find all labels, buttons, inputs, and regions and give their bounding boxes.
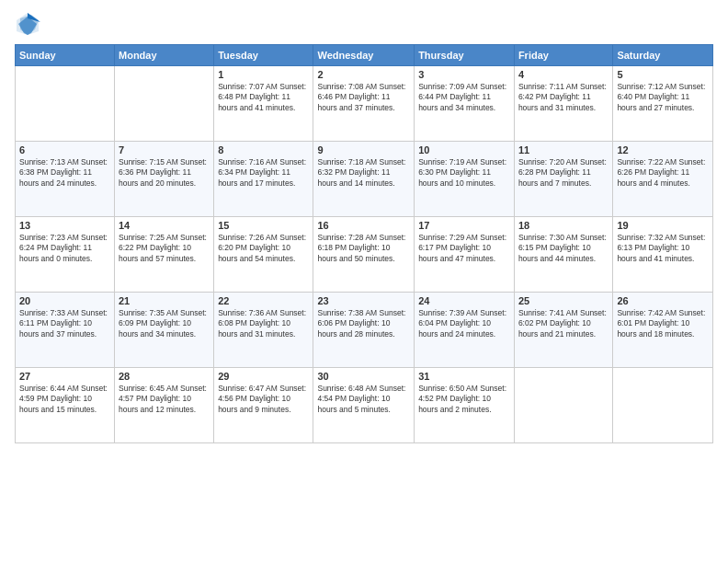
calendar-cell: 11Sunrise: 7:20 AM Sunset: 6:28 PM Dayli… <box>514 142 612 217</box>
day-info: Sunrise: 7:15 AM Sunset: 6:36 PM Dayligh… <box>119 157 210 189</box>
day-info: Sunrise: 7:36 AM Sunset: 6:08 PM Dayligh… <box>218 308 309 339</box>
day-number: 23 <box>317 295 410 306</box>
calendar-cell: 3Sunrise: 7:09 AM Sunset: 6:44 PM Daylig… <box>415 66 515 142</box>
day-info: Sunrise: 7:16 AM Sunset: 6:34 PM Dayligh… <box>218 157 309 189</box>
day-number: 13 <box>19 220 110 231</box>
day-info: Sunrise: 7:29 AM Sunset: 6:17 PM Dayligh… <box>418 233 510 264</box>
day-number: 22 <box>218 295 309 306</box>
day-number: 1 <box>218 69 309 80</box>
day-info: Sunrise: 6:47 AM Sunset: 4:56 PM Dayligh… <box>218 384 309 415</box>
calendar-cell: 9Sunrise: 7:18 AM Sunset: 6:32 PM Daylig… <box>313 142 415 217</box>
day-info: Sunrise: 7:22 AM Sunset: 6:26 PM Dayligh… <box>617 157 709 189</box>
day-number: 25 <box>518 295 609 306</box>
day-info: Sunrise: 7:32 AM Sunset: 6:13 PM Dayligh… <box>617 233 709 264</box>
day-info: Sunrise: 7:41 AM Sunset: 6:02 PM Dayligh… <box>518 308 609 339</box>
calendar-cell: 5Sunrise: 7:12 AM Sunset: 6:40 PM Daylig… <box>613 66 713 142</box>
logo-icon <box>15 11 40 37</box>
day-info: Sunrise: 7:39 AM Sunset: 6:04 PM Dayligh… <box>418 308 510 339</box>
calendar-cell: 13Sunrise: 7:23 AM Sunset: 6:24 PM Dayli… <box>16 217 115 293</box>
day-info: Sunrise: 7:20 AM Sunset: 6:28 PM Dayligh… <box>518 157 609 189</box>
day-header-sunday: Sunday <box>16 45 115 66</box>
day-header-monday: Monday <box>115 45 214 66</box>
calendar-cell: 15Sunrise: 7:26 AM Sunset: 6:20 PM Dayli… <box>214 217 313 293</box>
calendar-cell: 31Sunrise: 6:50 AM Sunset: 4:52 PM Dayli… <box>415 368 515 443</box>
day-number: 6 <box>19 144 110 155</box>
calendar-cell: 7Sunrise: 7:15 AM Sunset: 6:36 PM Daylig… <box>115 142 214 217</box>
calendar-cell: 8Sunrise: 7:16 AM Sunset: 6:34 PM Daylig… <box>214 142 313 217</box>
day-info: Sunrise: 7:28 AM Sunset: 6:18 PM Dayligh… <box>317 233 410 264</box>
day-header-tuesday: Tuesday <box>214 45 313 66</box>
day-info: Sunrise: 7:23 AM Sunset: 6:24 PM Dayligh… <box>19 233 110 264</box>
day-info: Sunrise: 6:44 AM Sunset: 4:59 PM Dayligh… <box>19 384 110 415</box>
day-number: 15 <box>218 220 309 231</box>
day-info: Sunrise: 7:19 AM Sunset: 6:30 PM Dayligh… <box>418 157 510 189</box>
day-number: 4 <box>518 69 609 80</box>
calendar-cell: 14Sunrise: 7:25 AM Sunset: 6:22 PM Dayli… <box>115 217 214 293</box>
day-number: 11 <box>518 144 609 155</box>
calendar-cell: 19Sunrise: 7:32 AM Sunset: 6:13 PM Dayli… <box>613 217 713 293</box>
day-number: 26 <box>617 295 709 306</box>
day-info: Sunrise: 7:42 AM Sunset: 6:01 PM Dayligh… <box>617 308 709 339</box>
day-number: 29 <box>218 371 309 382</box>
calendar-cell: 1Sunrise: 7:07 AM Sunset: 6:48 PM Daylig… <box>214 66 313 142</box>
calendar-cell <box>115 66 214 142</box>
calendar-cell: 24Sunrise: 7:39 AM Sunset: 6:04 PM Dayli… <box>415 293 515 368</box>
day-number: 2 <box>317 69 410 80</box>
day-info: Sunrise: 7:35 AM Sunset: 6:09 PM Dayligh… <box>119 308 210 339</box>
calendar-cell: 18Sunrise: 7:30 AM Sunset: 6:15 PM Dayli… <box>514 217 612 293</box>
calendar-cell: 6Sunrise: 7:13 AM Sunset: 6:38 PM Daylig… <box>16 142 115 217</box>
calendar-cell: 21Sunrise: 7:35 AM Sunset: 6:09 PM Dayli… <box>115 293 214 368</box>
day-number: 19 <box>617 220 709 231</box>
day-info: Sunrise: 7:07 AM Sunset: 6:48 PM Dayligh… <box>218 82 309 113</box>
calendar-cell: 17Sunrise: 7:29 AM Sunset: 6:17 PM Dayli… <box>415 217 515 293</box>
day-number: 30 <box>317 371 410 382</box>
day-info: Sunrise: 7:12 AM Sunset: 6:40 PM Dayligh… <box>617 82 709 113</box>
calendar-cell: 25Sunrise: 7:41 AM Sunset: 6:02 PM Dayli… <box>514 293 612 368</box>
calendar-cell: 10Sunrise: 7:19 AM Sunset: 6:30 PM Dayli… <box>415 142 515 217</box>
calendar-cell: 27Sunrise: 6:44 AM Sunset: 4:59 PM Dayli… <box>16 368 115 443</box>
calendar-cell: 30Sunrise: 6:48 AM Sunset: 4:54 PM Dayli… <box>313 368 415 443</box>
day-number: 18 <box>518 220 609 231</box>
day-number: 24 <box>418 295 510 306</box>
day-info: Sunrise: 7:08 AM Sunset: 6:46 PM Dayligh… <box>317 82 410 113</box>
day-number: 5 <box>617 69 709 80</box>
day-number: 7 <box>119 144 210 155</box>
day-header-friday: Friday <box>514 45 612 66</box>
day-number: 12 <box>617 144 709 155</box>
day-info: Sunrise: 7:09 AM Sunset: 6:44 PM Dayligh… <box>418 82 510 113</box>
day-number: 8 <box>218 144 309 155</box>
day-number: 17 <box>418 220 510 231</box>
calendar: SundayMondayTuesdayWednesdayThursdayFrid… <box>15 44 713 443</box>
calendar-cell: 29Sunrise: 6:47 AM Sunset: 4:56 PM Dayli… <box>214 368 313 443</box>
day-number: 20 <box>19 295 110 306</box>
day-info: Sunrise: 6:50 AM Sunset: 4:52 PM Dayligh… <box>418 384 510 415</box>
calendar-cell: 20Sunrise: 7:33 AM Sunset: 6:11 PM Dayli… <box>16 293 115 368</box>
day-number: 9 <box>317 144 410 155</box>
calendar-cell: 16Sunrise: 7:28 AM Sunset: 6:18 PM Dayli… <box>313 217 415 293</box>
day-info: Sunrise: 6:48 AM Sunset: 4:54 PM Dayligh… <box>317 384 410 415</box>
calendar-cell: 4Sunrise: 7:11 AM Sunset: 6:42 PM Daylig… <box>514 66 612 142</box>
calendar-cell: 28Sunrise: 6:45 AM Sunset: 4:57 PM Dayli… <box>115 368 214 443</box>
day-info: Sunrise: 7:18 AM Sunset: 6:32 PM Dayligh… <box>317 157 410 189</box>
day-number: 3 <box>418 69 510 80</box>
day-info: Sunrise: 7:26 AM Sunset: 6:20 PM Dayligh… <box>218 233 309 264</box>
logo <box>15 11 44 37</box>
day-number: 10 <box>418 144 510 155</box>
day-number: 14 <box>119 220 210 231</box>
day-info: Sunrise: 7:25 AM Sunset: 6:22 PM Dayligh… <box>119 233 210 264</box>
day-info: Sunrise: 7:11 AM Sunset: 6:42 PM Dayligh… <box>518 82 609 113</box>
calendar-cell: 26Sunrise: 7:42 AM Sunset: 6:01 PM Dayli… <box>613 293 713 368</box>
day-info: Sunrise: 6:45 AM Sunset: 4:57 PM Dayligh… <box>119 384 210 415</box>
day-info: Sunrise: 7:13 AM Sunset: 6:38 PM Dayligh… <box>19 157 110 189</box>
calendar-cell <box>613 368 713 443</box>
day-number: 21 <box>119 295 210 306</box>
calendar-cell: 2Sunrise: 7:08 AM Sunset: 6:46 PM Daylig… <box>313 66 415 142</box>
day-number: 28 <box>119 371 210 382</box>
calendar-cell: 23Sunrise: 7:38 AM Sunset: 6:06 PM Dayli… <box>313 293 415 368</box>
day-info: Sunrise: 7:30 AM Sunset: 6:15 PM Dayligh… <box>518 233 609 264</box>
day-number: 16 <box>317 220 410 231</box>
calendar-cell <box>514 368 612 443</box>
day-header-thursday: Thursday <box>415 45 515 66</box>
calendar-cell <box>16 66 115 142</box>
calendar-cell: 12Sunrise: 7:22 AM Sunset: 6:26 PM Dayli… <box>613 142 713 217</box>
